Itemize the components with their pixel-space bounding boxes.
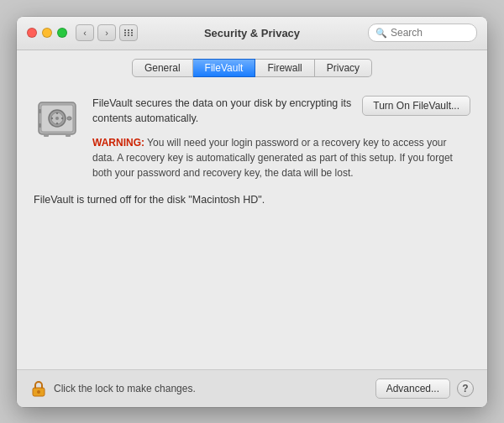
lock-icon[interactable] <box>30 380 47 397</box>
lock-text: Click the lock to make changes. <box>54 383 375 394</box>
advanced-button[interactable]: Advanced... <box>375 379 450 399</box>
svg-point-4 <box>55 117 59 120</box>
main-window: ‹ › Security & Privacy 🔍 General FileVau… <box>17 17 487 407</box>
warning-text: WARNING: You will need your login passwo… <box>92 135 470 180</box>
search-box[interactable]: 🔍 <box>368 24 477 42</box>
tab-firewall[interactable]: Firewall <box>255 59 314 77</box>
tabs-bar: General FileVault Firewall Privacy <box>17 50 487 84</box>
top-row: FileVault secures the data on your disk … <box>92 96 470 134</box>
nav-buttons: ‹ › <box>76 24 116 41</box>
search-icon: 🔍 <box>375 28 387 39</box>
svg-rect-12 <box>44 133 49 137</box>
svg-rect-9 <box>67 117 71 120</box>
search-input[interactable] <box>391 27 470 39</box>
tab-general[interactable]: General <box>132 59 193 77</box>
status-text: FileVault is turned off for the disk "Ma… <box>34 194 470 206</box>
content-area: FileVault secures the data on your disk … <box>17 84 487 369</box>
back-button[interactable]: ‹ <box>76 24 94 41</box>
svg-rect-10 <box>39 109 41 113</box>
window-title: Security & Privacy <box>204 27 300 39</box>
maximize-button[interactable] <box>57 28 67 38</box>
help-button[interactable]: ? <box>457 380 474 397</box>
turn-on-button[interactable]: Turn On FileVault... <box>362 96 470 116</box>
filevault-icon <box>34 96 81 143</box>
bottom-bar: Click the lock to make changes. Advanced… <box>17 369 487 407</box>
titlebar: ‹ › Security & Privacy 🔍 <box>17 17 487 50</box>
main-section: FileVault secures the data on your disk … <box>34 96 470 181</box>
close-button[interactable] <box>27 28 37 38</box>
svg-rect-13 <box>66 133 71 137</box>
tab-privacy[interactable]: Privacy <box>315 59 372 77</box>
warning-label: WARNING: <box>92 137 144 149</box>
traffic-lights <box>27 28 67 38</box>
svg-point-15 <box>37 390 40 394</box>
forward-button[interactable]: › <box>97 24 116 41</box>
description-text: FileVault secures the data on your disk … <box>92 96 354 128</box>
minimize-button[interactable] <box>42 28 52 38</box>
tab-filevault[interactable]: FileVault <box>193 59 256 77</box>
warning-body: You will need your login password or a r… <box>92 137 453 179</box>
svg-rect-11 <box>39 123 41 128</box>
text-block: FileVault secures the data on your disk … <box>92 96 470 181</box>
grid-view-button[interactable] <box>119 24 138 41</box>
